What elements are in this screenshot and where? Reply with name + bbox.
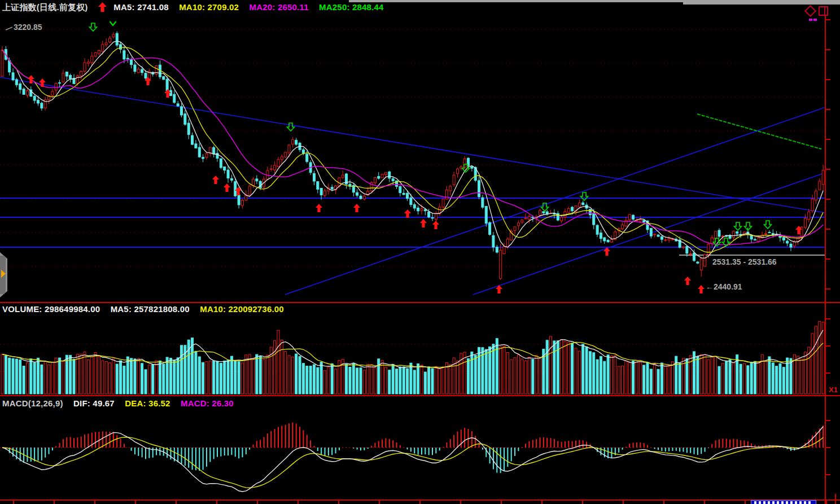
- candles: [1, 31, 824, 280]
- macd-params: MACD(12,26,9): [2, 398, 63, 408]
- ma5-legend: MA5: 2741.08: [113, 2, 168, 12]
- macd-header: MACD(12,26,9) DIF: 49.67 DEA: 36.52 MACD…: [2, 398, 242, 408]
- macd-lines: [2, 427, 823, 492]
- magenta-dash-icon: [809, 19, 812, 21]
- marked-low-label: ←2440.91: [706, 282, 742, 291]
- ma250-legend: MA250: 2848.44: [319, 2, 384, 12]
- volume-bars: [1, 321, 824, 394]
- ma20-legend: MA20: 2650.11: [250, 2, 309, 12]
- trend-lines: [0, 27, 825, 295]
- volume-ma5-value: MA5: 257821808.00: [111, 304, 190, 314]
- stock-chart-app-window: 上证指数(日线.前复权) MA5: 2741.08 MA10: 2709.02 …: [0, 0, 840, 504]
- sidebar-expand-tab[interactable]: [0, 252, 7, 297]
- volume-ma10-value: MA10: 220092736.00: [200, 304, 284, 314]
- cursor-date-box: [751, 500, 816, 504]
- volume-value: VOLUME: 298649984.00: [2, 304, 100, 314]
- expand-arrow-icon: [1, 270, 6, 278]
- split-window-divider: [824, 7, 825, 15]
- period-high-label: 3220.85: [14, 23, 42, 32]
- symbol-title: 上证指数(日线.前复权): [2, 2, 88, 12]
- dea-value: DEA: 36.52: [125, 398, 170, 408]
- split-window-icon[interactable]: [819, 6, 828, 16]
- ma10-legend: MA10: 2709.02: [179, 2, 239, 12]
- volume-header: VOLUME: 298649984.00 MA5: 257821808.00 M…: [2, 304, 292, 314]
- dif-value: DIF: 49.67: [73, 398, 115, 408]
- chart-surface[interactable]: [0, 0, 840, 504]
- clipped-date-text: [754, 501, 813, 504]
- gap-range-label: 2531.35 - 2531.66: [712, 257, 777, 266]
- macd-histogram: [6, 423, 823, 474]
- trend-up-arrow-icon: [98, 2, 107, 12]
- volume-scale-x1-label: X1: [829, 385, 838, 394]
- magenta-dash-icon: [813, 19, 817, 21]
- macd-value: MACD: 26.30: [181, 398, 234, 408]
- moving-average-lines: [2, 41, 823, 258]
- chart-header: 上证指数(日线.前复权) MA5: 2741.08 MA10: 2709.02 …: [2, 2, 392, 13]
